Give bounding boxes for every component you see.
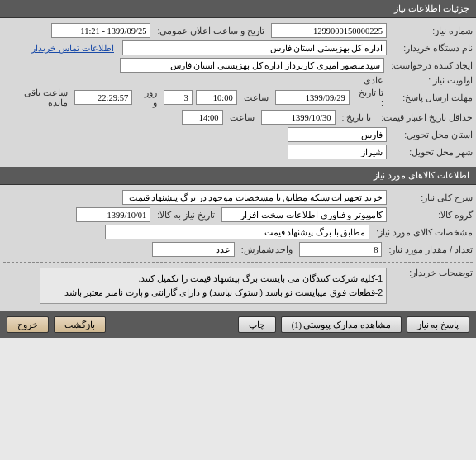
label-creator: ایجاد کننده درخواست: bbox=[388, 60, 473, 70]
label-to-date-2: تا تاریخ : bbox=[339, 112, 375, 122]
value-priority: عادی bbox=[360, 75, 387, 85]
label-public-date: تاریخ و ساعت اعلان عمومی: bbox=[154, 26, 268, 36]
exit-button[interactable]: خروج bbox=[7, 316, 49, 333]
goods-info-form: شرح کلی نیاز: گروه کالا: تاریخ نیاز به ک… bbox=[0, 185, 476, 311]
note-line-1: 1-کلیه شرکت کنندگان می بایست برگ پیشنهاد… bbox=[44, 272, 383, 286]
label-deadline: مهلت ارسال پاسخ: bbox=[390, 92, 473, 102]
label-goods-date: تاریخ نیاز به کالا: bbox=[154, 210, 218, 220]
input-goods-date[interactable] bbox=[76, 207, 150, 222]
row-goods-group: گروه کالا: تاریخ نیاز به کالا: bbox=[3, 207, 473, 222]
need-info-form: شماره نیاز: تاریخ و ساعت اعلان عمومی: نا… bbox=[0, 18, 476, 167]
label-delivery-prov: استان محل تحویل: bbox=[390, 130, 473, 140]
note-line-2: 2-قطعات فوق میبایست نو باشد (استوک نباشد… bbox=[44, 286, 383, 300]
label-qty: تعداد / مقدار مورد نیاز: bbox=[385, 244, 473, 254]
label-goods-group: گروه کالا: bbox=[390, 210, 473, 220]
row-buyer-notes: توضیحات خریدار: 1-کلیه شرکت کنندگان می ب… bbox=[3, 268, 473, 304]
link-contact-buyer[interactable]: اطلاعات تماس خریدار bbox=[31, 43, 119, 53]
input-delivery-city[interactable] bbox=[288, 145, 387, 159]
print-button[interactable]: چاپ bbox=[238, 316, 276, 333]
label-hour-2: ساعت bbox=[226, 112, 258, 122]
button-bar: پاسخ به نیاز مشاهده مدارک پیوستی (1) چاپ… bbox=[0, 311, 476, 338]
label-goods-spec: مشخصات کالای مورد نیاز: bbox=[373, 227, 473, 237]
label-days-and: روز و bbox=[136, 88, 159, 107]
need-info-header: جزئیات اطلاعات نیاز bbox=[0, 0, 476, 18]
row-creator: ایجاد کننده درخواست: bbox=[3, 58, 473, 73]
input-delivery-prov[interactable] bbox=[288, 127, 387, 142]
row-goods-spec: مشخصات کالای مورد نیاز: bbox=[3, 225, 473, 239]
input-min-valid-time[interactable] bbox=[182, 110, 223, 125]
input-remaining-time[interactable] bbox=[74, 90, 132, 105]
label-need-no: شماره نیاز: bbox=[390, 26, 473, 36]
label-to-date: تا تاریخ : bbox=[353, 88, 387, 107]
input-goods-group[interactable] bbox=[221, 207, 387, 222]
input-goods-spec[interactable] bbox=[105, 225, 369, 239]
label-remaining: ساعت باقی مانده bbox=[3, 88, 71, 107]
goods-info-header: اطلاعات کالاهای مورد نیاز bbox=[0, 167, 476, 185]
label-buyer-org: نام دستگاه خریدار: bbox=[390, 43, 473, 53]
respond-button[interactable]: پاسخ به نیاز bbox=[407, 316, 469, 333]
input-need-desc[interactable] bbox=[122, 190, 387, 205]
label-delivery-city: شهر محل تحویل: bbox=[390, 147, 473, 157]
input-min-valid-date[interactable] bbox=[261, 110, 336, 125]
row-min-valid: حداقل تاریخ اعتبار قیمت: تا تاریخ : ساعت bbox=[3, 110, 473, 125]
input-public-date[interactable] bbox=[51, 23, 150, 38]
input-buyer-org[interactable] bbox=[122, 40, 387, 55]
row-delivery-prov: استان محل تحویل: bbox=[3, 127, 473, 142]
row-need-no: شماره نیاز: تاریخ و ساعت اعلان عمومی: bbox=[3, 23, 473, 38]
label-need-desc: شرح کلی نیاز: bbox=[390, 192, 473, 202]
attachments-button[interactable]: مشاهده مدارک پیوستی (1) bbox=[281, 316, 402, 333]
input-deadline-date[interactable] bbox=[275, 90, 350, 105]
buyer-notes-block: 1-کلیه شرکت کنندگان می بایست برگ پیشنهاد… bbox=[40, 268, 387, 304]
input-creator[interactable] bbox=[120, 58, 384, 73]
input-unit[interactable] bbox=[152, 242, 235, 257]
label-hour-1: ساعت bbox=[240, 92, 272, 102]
input-deadline-time[interactable] bbox=[196, 90, 237, 105]
row-need-desc: شرح کلی نیاز: bbox=[3, 190, 473, 205]
input-need-no[interactable] bbox=[271, 23, 387, 38]
input-qty[interactable] bbox=[299, 242, 382, 257]
label-buyer-notes: توضیحات خریدار: bbox=[390, 268, 473, 277]
row-buyer-org: نام دستگاه خریدار: اطلاعات تماس خریدار bbox=[3, 40, 473, 55]
label-priority: اولویت نیاز : bbox=[390, 75, 473, 85]
input-remaining-days[interactable] bbox=[164, 90, 193, 105]
label-unit: واحد شمارش: bbox=[238, 244, 297, 254]
row-deadline: مهلت ارسال پاسخ: تا تاریخ : ساعت روز و س… bbox=[3, 88, 473, 107]
divider bbox=[3, 262, 473, 263]
row-priority: اولویت نیاز : عادی bbox=[3, 75, 473, 85]
row-delivery-city: شهر محل تحویل: bbox=[3, 145, 473, 159]
row-qty: تعداد / مقدار مورد نیاز: واحد شمارش: bbox=[3, 242, 473, 257]
label-min-valid: حداقل تاریخ اعتبار قیمت: bbox=[378, 112, 473, 122]
back-button[interactable]: بازگشت bbox=[54, 316, 106, 333]
